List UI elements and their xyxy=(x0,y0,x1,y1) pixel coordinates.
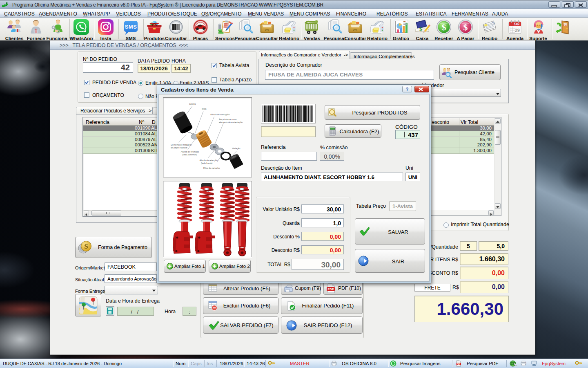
svg-text:Lixeira: Lixeira xyxy=(189,103,196,105)
svg-text:de papel especial: de papel especial xyxy=(171,146,187,149)
svg-text:Vedação: Vedação xyxy=(232,147,240,150)
svg-text:PDF: PDF xyxy=(328,287,334,291)
svg-text:PDF: PDF xyxy=(457,363,460,365)
svg-text:EXIT: EXIT xyxy=(563,24,567,27)
svg-text:$: $ xyxy=(463,22,468,32)
svg-text:Mola: Mola xyxy=(202,108,206,110)
svg-text:Alivula de retenção: Alivula de retenção xyxy=(199,159,217,162)
svg-text:Filtro de cartucho: Filtro de cartucho xyxy=(203,167,220,169)
svg-text:SMS: SMS xyxy=(125,24,137,30)
svg-text:Elemento de filtragem: Elemento de filtragem xyxy=(171,144,192,146)
svg-text:Alivula de corrupção: Alivula de corrupção xyxy=(210,113,229,116)
svg-text:Alivula de retenção: Alivula de retenção xyxy=(181,150,199,153)
svg-text:Peça interna como: Peça interna como xyxy=(219,118,237,121)
svg-text:(lado posterior): (lado posterior) xyxy=(183,153,197,156)
svg-text:S: S xyxy=(84,242,88,250)
svg-text:29: 29 xyxy=(515,28,520,33)
svg-text:(lado frente): (lado frente) xyxy=(201,162,212,164)
svg-text:JAN: JAN xyxy=(514,23,519,26)
svg-text:$: $ xyxy=(442,22,446,32)
svg-text:$: $ xyxy=(419,26,422,32)
svg-text:elemento de sustentação: elemento de sustentação xyxy=(219,121,243,123)
